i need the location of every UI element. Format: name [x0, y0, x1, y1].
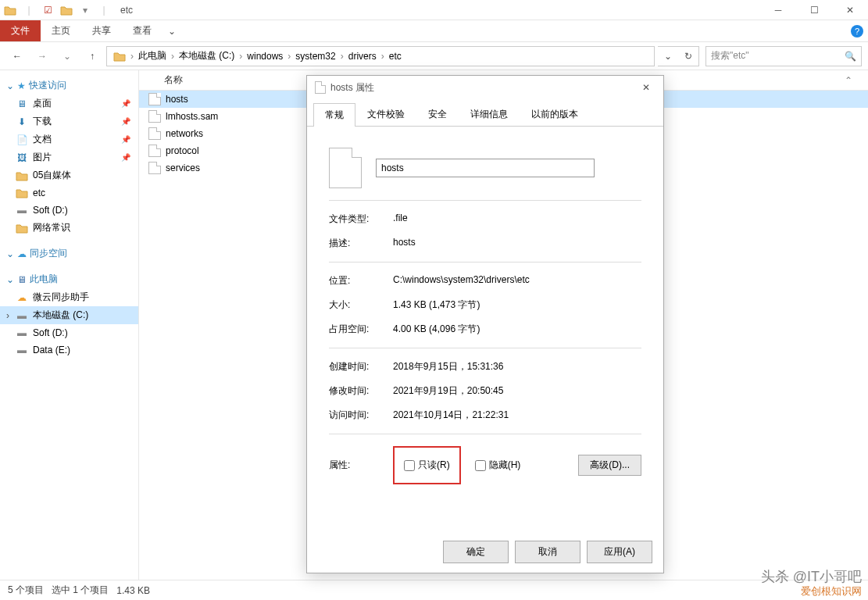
sidebar-item-folder[interactable]: 网络常识 — [0, 219, 138, 237]
label-type: 文件类型: — [329, 212, 393, 226]
tab-previous[interactable]: 以前的版本 — [520, 102, 590, 126]
sidebar-item-drive-d[interactable]: ▬Soft (D:) — [0, 324, 138, 341]
search-input[interactable]: 搜索"etc" 🔍 — [705, 46, 862, 66]
breadcrumb[interactable]: 本地磁盘 (C:) — [176, 49, 238, 62]
documents-icon: 📄 — [16, 134, 28, 146]
apply-button[interactable]: 应用(A) — [587, 541, 652, 563]
drive-icon: ▬ — [16, 204, 28, 216]
quick-access-heading[interactable]: ⌄ ★ 快速访问 — [0, 77, 138, 95]
chevron-right-icon[interactable]: › — [238, 51, 244, 62]
filename-input[interactable] — [376, 159, 595, 177]
column-name[interactable]: 名称 — [159, 73, 183, 87]
breadcrumb[interactable]: etc — [386, 51, 405, 62]
window-titlebar: | ☑ ▾ | etc ─ ☐ ✕ — [0, 0, 868, 20]
search-placeholder: 搜索"etc" — [711, 49, 749, 62]
chevron-right-icon[interactable]: › — [170, 51, 176, 62]
tab-home[interactable]: 主页 — [41, 20, 81, 41]
ribbon-expand-icon[interactable]: ⌄ — [163, 20, 181, 41]
tab-details[interactable]: 详细信息 — [459, 102, 520, 126]
sort-icon[interactable]: ⌃ — [845, 75, 852, 86]
status-bar: 5 个项目 选中 1 个项目 1.43 KB — [0, 580, 868, 600]
chevron-right-icon[interactable]: › — [380, 51, 386, 62]
breadcrumb[interactable]: drivers — [345, 51, 380, 62]
tab-checksum[interactable]: 文件校验 — [355, 102, 416, 126]
tab-security[interactable]: 安全 — [416, 102, 459, 126]
pictures-icon: 🖼 — [16, 152, 28, 164]
recent-dropdown[interactable]: ⌄ — [56, 45, 78, 67]
readonly-highlight: 只读(R) — [393, 446, 461, 484]
sidebar-item-drive[interactable]: ▬Soft (D:) — [0, 202, 138, 219]
tab-share[interactable]: 共享 — [81, 20, 122, 41]
cancel-button[interactable]: 取消 — [515, 541, 580, 563]
hidden-input[interactable] — [475, 460, 486, 471]
value-size: 1.43 KB (1,473 字节) — [393, 298, 641, 312]
tab-general[interactable]: 常规 — [313, 103, 355, 127]
breadcrumb[interactable]: windows — [244, 51, 286, 62]
label-size: 大小: — [329, 298, 393, 312]
chevron-right-icon[interactable]: › — [339, 51, 345, 62]
sidebar-item-folder[interactable]: 05自媒体 — [0, 166, 138, 184]
chevron-right-icon[interactable]: › — [286, 51, 292, 62]
readonly-checkbox[interactable]: 只读(R) — [404, 459, 450, 472]
up-button[interactable]: ↑ — [81, 45, 103, 67]
label-modified: 修改时间: — [329, 384, 393, 398]
open-icon[interactable] — [59, 3, 73, 17]
qat-dropdown-icon[interactable]: ▾ — [78, 3, 92, 17]
sidebar-item-pictures[interactable]: 🖼图片📌 — [0, 148, 138, 166]
back-button[interactable]: ← — [6, 45, 28, 67]
value-disk: 4.00 KB (4,096 字节) — [393, 323, 641, 336]
label-desc: 描述: — [329, 237, 393, 250]
label-accessed: 访问时间: — [329, 409, 393, 422]
close-icon[interactable]: ✕ — [637, 82, 655, 93]
hidden-checkbox[interactable]: 隐藏(H) — [475, 459, 521, 472]
divider-icon: | — [97, 3, 111, 17]
readonly-input[interactable] — [404, 460, 415, 471]
sidebar-item-folder[interactable]: etc — [0, 184, 138, 202]
search-icon[interactable]: 🔍 — [845, 51, 856, 62]
address-dropdown-icon[interactable]: ⌄ — [658, 47, 678, 66]
help-button[interactable]: ? — [846, 20, 868, 41]
sidebar-item-documents[interactable]: 📄文档📌 — [0, 130, 138, 148]
pin-icon: 📌 — [121, 117, 130, 126]
file-icon — [148, 93, 161, 105]
this-pc-heading[interactable]: ⌄ 🖥 此电脑 — [0, 270, 138, 288]
sync-heading[interactable]: ⌄ ☁ 同步空间 — [0, 245, 138, 262]
label-disk: 占用空间: — [329, 323, 393, 336]
maximize-button[interactable]: ☐ — [796, 0, 832, 20]
label-location: 位置: — [329, 274, 393, 288]
value-created: 2018年9月15日，15:31:36 — [393, 360, 641, 373]
properties-icon[interactable]: ☑ — [41, 3, 55, 17]
tab-view[interactable]: 查看 — [122, 20, 163, 41]
label-attributes: 属性: — [329, 459, 393, 472]
folder-icon — [3, 3, 17, 17]
sidebar-item-downloads[interactable]: ⬇下载📌 — [0, 112, 138, 130]
sidebar-item-drive-e[interactable]: ▬Data (E:) — [0, 341, 138, 359]
properties-dialog: hosts 属性 ✕ 常规 文件校验 安全 详细信息 以前的版本 文件类型:.f… — [306, 75, 664, 573]
folder-icon — [110, 51, 129, 62]
sidebar-item-cloud[interactable]: ☁微云同步助手 — [0, 288, 138, 306]
status-count: 5 个项目 — [8, 584, 44, 597]
address-bar[interactable]: › 此电脑 › 本地磁盘 (C:) › windows › system32 ›… — [106, 46, 655, 66]
file-icon — [148, 110, 161, 123]
breadcrumb[interactable]: 此电脑 — [135, 49, 170, 62]
navigation-pane: ⌄ ★ 快速访问 🖥桌面📌 ⬇下载📌 📄文档📌 🖼图片📌 05自媒体 etc ▬… — [0, 70, 139, 580]
chevron-right-icon[interactable]: › — [129, 51, 135, 62]
status-selected: 选中 1 个项目 — [52, 584, 109, 597]
close-button[interactable]: ✕ — [832, 0, 868, 20]
status-size: 1.43 KB — [116, 585, 150, 596]
sidebar-item-desktop[interactable]: 🖥桌面📌 — [0, 95, 138, 112]
refresh-icon[interactable]: ↻ — [678, 47, 698, 66]
minimize-button[interactable]: ─ — [760, 0, 796, 20]
breadcrumb[interactable]: system32 — [292, 51, 338, 62]
dialog-titlebar[interactable]: hosts 属性 ✕ — [307, 76, 663, 99]
ok-button[interactable]: 确定 — [443, 541, 509, 563]
sidebar-item-drive-c[interactable]: ›▬本地磁盘 (C:) — [0, 306, 138, 324]
forward-button[interactable]: → — [31, 45, 53, 67]
dialog-title: hosts 属性 — [330, 81, 374, 95]
value-desc: hosts — [393, 237, 641, 250]
advanced-button[interactable]: 高级(D)... — [578, 455, 641, 476]
file-icon-large — [329, 148, 362, 188]
tab-file[interactable]: 文件 — [0, 20, 41, 41]
drive-icon: ▬ — [16, 309, 28, 322]
file-icon — [148, 145, 161, 157]
